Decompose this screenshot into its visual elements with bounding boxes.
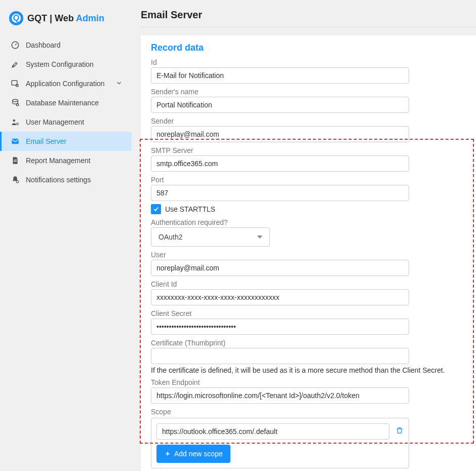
database-icon xyxy=(11,98,20,107)
delete-scope-button[interactable] xyxy=(395,426,404,437)
report-icon xyxy=(11,156,20,165)
auth-select-value: OAuth2 xyxy=(158,233,182,241)
sidebar-item-db-maintenance[interactable]: Database Maintenance xyxy=(0,93,132,112)
id-input[interactable] xyxy=(151,67,409,84)
sidebar: Q GQT | Web Admin Dashboard System Confi… xyxy=(0,0,132,471)
sidebar-item-label: Dashboard xyxy=(26,41,61,49)
brand: Q GQT | Web Admin xyxy=(0,6,132,35)
svg-rect-8 xyxy=(14,160,15,163)
smtp-input[interactable] xyxy=(151,155,409,172)
sidebar-item-label: Notifications settings xyxy=(26,176,91,184)
users-icon xyxy=(11,117,20,127)
scope-label: Scope xyxy=(151,408,466,416)
sender-name-label: Sender's name xyxy=(151,88,466,96)
tools-icon xyxy=(11,60,20,69)
mail-icon xyxy=(11,137,20,146)
sender-name-input[interactable] xyxy=(151,97,409,113)
starttls-checkbox[interactable] xyxy=(151,204,161,214)
token-endpoint-label: Token Endpoint xyxy=(151,378,466,386)
svg-point-6 xyxy=(17,123,19,125)
sidebar-item-system-config[interactable]: System Configuration xyxy=(0,55,132,74)
add-scope-label: Add new scope xyxy=(174,450,223,458)
sidebar-item-label: Report Management xyxy=(26,156,91,165)
sidebar-item-dashboard[interactable]: Dashboard xyxy=(0,35,132,55)
record-card: Record data Id Sender's name Sender SMTP… xyxy=(141,35,476,471)
clientid-input[interactable] xyxy=(151,289,409,305)
svg-rect-9 xyxy=(16,159,17,162)
sender-input[interactable] xyxy=(151,126,409,142)
cert-input[interactable] xyxy=(151,348,409,364)
sidebar-item-app-config[interactable]: Application Configuration xyxy=(0,74,132,93)
brand-text: GQT | Web Admin xyxy=(27,13,104,24)
svg-point-3 xyxy=(13,99,18,102)
sidebar-item-user-mgmt[interactable]: User Management xyxy=(0,112,132,132)
sender-label: Sender xyxy=(151,117,466,125)
sidebar-item-label: Application Configuration xyxy=(26,80,105,88)
clientsecret-label: Client Secret xyxy=(151,309,466,318)
sidebar-item-label: User Management xyxy=(26,118,84,126)
sidebar-item-label: System Configuration xyxy=(26,60,94,68)
user-input[interactable] xyxy=(151,260,409,276)
chevron-down-icon xyxy=(115,80,123,88)
starttls-label: Use STARTTLS xyxy=(165,205,215,213)
bell-icon xyxy=(11,175,20,184)
plus-icon: ＋ xyxy=(164,449,171,458)
sidebar-item-notifications[interactable]: Notifications settings xyxy=(0,170,132,189)
svg-point-5 xyxy=(13,120,16,122)
add-scope-button[interactable]: ＋ Add new scope xyxy=(156,445,230,463)
card-title: Record data xyxy=(151,43,466,53)
sidebar-item-email-server[interactable]: Email Server xyxy=(0,132,132,151)
window-gear-icon xyxy=(11,79,20,88)
id-label: Id xyxy=(151,58,466,66)
token-endpoint-input[interactable] xyxy=(151,387,409,404)
auth-label: Authentication required? xyxy=(151,218,466,226)
sidebar-item-label: Database Maintenance xyxy=(26,99,99,107)
gauge-icon xyxy=(11,41,20,50)
auth-select[interactable]: OAuth2 xyxy=(151,227,270,247)
main: Email Server Record data Id Sender's nam… xyxy=(132,0,476,471)
user-label: User xyxy=(151,251,466,259)
scope-box: ＋ Add new scope xyxy=(151,418,409,468)
page-title: Email Server xyxy=(141,9,476,27)
caret-down-icon xyxy=(257,236,262,239)
sidebar-item-label: Email Server xyxy=(26,137,66,145)
scope-input[interactable] xyxy=(156,423,389,440)
clientid-label: Client Id xyxy=(151,280,466,288)
svg-point-2 xyxy=(16,85,19,87)
port-label: Port xyxy=(151,176,466,184)
cert-hint: If the certificate is defined, it will b… xyxy=(151,366,466,374)
clientsecret-input[interactable] xyxy=(151,319,409,335)
smtp-label: SMTP Server xyxy=(151,146,466,154)
cert-label: Certificate (Thumbprint) xyxy=(151,339,466,347)
brand-logo: Q xyxy=(9,11,23,25)
sidebar-item-report-mgmt[interactable]: Report Management xyxy=(0,151,132,170)
port-input[interactable] xyxy=(151,185,409,201)
svg-point-4 xyxy=(16,104,19,106)
